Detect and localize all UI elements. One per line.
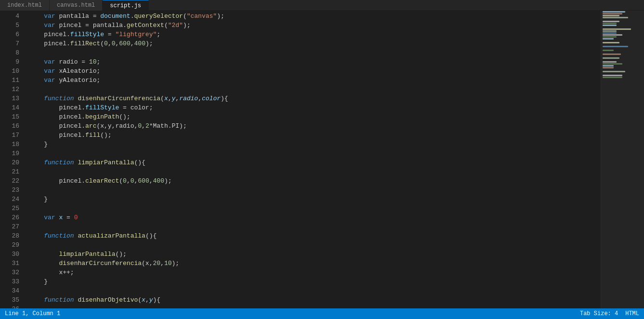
minimap-line bbox=[603, 63, 622, 65]
code-line: function disenharObjetivo(x,y){ bbox=[29, 295, 601, 305]
minimap-line bbox=[603, 23, 617, 24]
line-number: 5 bbox=[0, 21, 19, 30]
code-line bbox=[29, 222, 601, 231]
status-bar: Line 1, Column 1 Tab Size: 4 HTML bbox=[0, 308, 644, 319]
minimap-line bbox=[603, 67, 614, 68]
code-line: pincel.fillRect(0,0,600,400); bbox=[29, 39, 601, 48]
main-area: 4567891011121314151617181920212223242526… bbox=[0, 11, 644, 308]
line-number: 35 bbox=[0, 295, 19, 305]
minimap-line bbox=[603, 46, 628, 47]
line-number: 29 bbox=[0, 240, 19, 250]
line-number: 13 bbox=[0, 94, 19, 103]
minimap-line bbox=[603, 57, 619, 59]
line-number: 12 bbox=[0, 85, 19, 94]
line-number: 7 bbox=[0, 39, 19, 48]
code-line bbox=[29, 186, 601, 195]
line-number: 20 bbox=[0, 158, 19, 167]
code-line: var x = 0 bbox=[29, 213, 601, 222]
code-line bbox=[29, 286, 601, 295]
line-number: 26 bbox=[0, 213, 19, 222]
line-number: 11 bbox=[0, 76, 19, 85]
line-number: 15 bbox=[0, 112, 19, 121]
tab-script-js[interactable]: script.js bbox=[103, 0, 149, 11]
code-line: pincel.fillStyle = "lightgrey"; bbox=[29, 30, 601, 39]
line-number: 19 bbox=[0, 149, 19, 158]
line-number: 18 bbox=[0, 140, 19, 149]
line-number: 25 bbox=[0, 204, 19, 213]
line-number: 33 bbox=[0, 277, 19, 286]
line-number: 9 bbox=[0, 57, 19, 66]
minimap-line bbox=[603, 11, 625, 13]
code-line bbox=[29, 85, 601, 94]
minimap-line bbox=[603, 13, 622, 14]
minimap-line bbox=[603, 25, 617, 26]
code-line: function limpiarPantalla(){ bbox=[29, 158, 601, 167]
line-number: 17 bbox=[0, 131, 19, 140]
line-number: 27 bbox=[0, 222, 19, 231]
code-line: function disenharCircunferencia(x,y,radi… bbox=[29, 94, 601, 103]
line-number: 22 bbox=[0, 176, 19, 186]
line-number: 14 bbox=[0, 103, 19, 112]
code-line: var yAleatorio; bbox=[29, 76, 601, 85]
code-line: var pincel = pantalla.getContext("2d"); bbox=[29, 21, 601, 30]
minimap bbox=[601, 11, 644, 308]
code-line: disenharCircunferencia(x,20,10); bbox=[29, 259, 601, 268]
line-number: 8 bbox=[0, 48, 19, 57]
code-content[interactable]: var pantalla = document.querySelector("c… bbox=[24, 11, 601, 308]
minimap-line bbox=[603, 28, 631, 30]
line-number: 34 bbox=[0, 286, 19, 295]
editor-container: index.html canvas.html script.js 4567891… bbox=[0, 0, 644, 319]
minimap-line bbox=[603, 50, 614, 51]
line-numbers: 4567891011121314151617181920212223242526… bbox=[0, 11, 24, 308]
minimap-line bbox=[603, 36, 617, 38]
minimap-line bbox=[603, 53, 621, 55]
minimap-line bbox=[603, 30, 617, 32]
line-number: 30 bbox=[0, 250, 19, 259]
minimap-line bbox=[603, 32, 617, 34]
code-line: var xAleatorio; bbox=[29, 66, 601, 76]
tab-bar: index.html canvas.html script.js bbox=[0, 0, 644, 11]
code-line: } bbox=[29, 277, 601, 286]
minimap-line bbox=[603, 42, 619, 43]
tab-canvas-html[interactable]: canvas.html bbox=[50, 0, 103, 11]
line-number: 32 bbox=[0, 268, 19, 277]
code-line: x++; bbox=[29, 268, 601, 277]
code-line bbox=[29, 48, 601, 57]
code-line: } bbox=[29, 195, 601, 204]
language-mode[interactable]: HTML bbox=[625, 310, 639, 317]
line-number: 36 bbox=[0, 305, 19, 308]
line-number: 23 bbox=[0, 186, 19, 195]
code-line bbox=[29, 167, 601, 176]
minimap-line bbox=[603, 15, 619, 16]
code-line: pincel.fillStyle = color; bbox=[29, 103, 601, 112]
minimap-line bbox=[603, 71, 625, 72]
minimap-line bbox=[603, 61, 617, 63]
line-number: 6 bbox=[0, 30, 19, 39]
code-line: limpiarPantalla(); bbox=[29, 250, 601, 259]
line-number: 24 bbox=[0, 195, 19, 204]
minimap-line bbox=[603, 65, 614, 66]
code-line: pincel.beginPath(); bbox=[29, 112, 601, 121]
code-line: pincel.arc(x,y,radio,0,2*Math.PI); bbox=[29, 121, 601, 131]
line-number: 31 bbox=[0, 259, 19, 268]
minimap-line bbox=[603, 77, 622, 78]
line-number: 4 bbox=[0, 12, 19, 21]
code-line: pincel.fill(); bbox=[29, 131, 601, 140]
minimap-line bbox=[603, 38, 614, 40]
code-line: function actualizarPantalla(){ bbox=[29, 231, 601, 240]
code-line: pincel.clearRect(0,0,600,400); bbox=[29, 176, 601, 186]
code-area[interactable]: 4567891011121314151617181920212223242526… bbox=[0, 11, 601, 308]
code-line: } bbox=[29, 140, 601, 149]
code-line: var radio = 10; bbox=[29, 57, 601, 66]
tab-index-html[interactable]: index.html bbox=[0, 0, 50, 11]
code-line bbox=[29, 149, 601, 158]
line-number: 28 bbox=[0, 231, 19, 240]
line-number: 10 bbox=[0, 66, 19, 76]
code-line bbox=[29, 240, 601, 250]
minimap-line bbox=[603, 75, 622, 76]
minimap-line bbox=[603, 17, 628, 18]
tab-size[interactable]: Tab Size: 4 bbox=[580, 310, 618, 317]
code-line bbox=[29, 305, 601, 308]
cursor-position: Line 1, Column 1 bbox=[5, 310, 60, 317]
status-right: Tab Size: 4 HTML bbox=[580, 310, 639, 317]
